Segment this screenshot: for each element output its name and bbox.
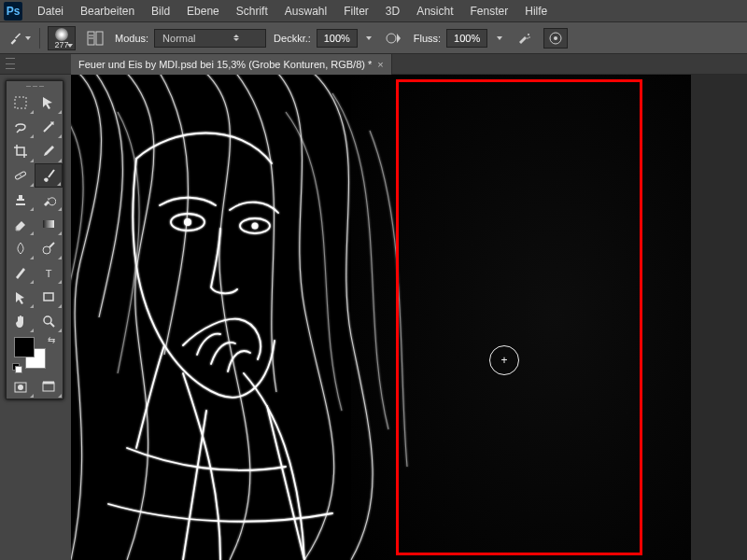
separator — [39, 28, 40, 49]
svg-point-17 — [44, 316, 51, 324]
gradient-tool[interactable] — [35, 212, 63, 236]
menu-3d[interactable]: 3D — [378, 3, 407, 20]
brush-preset-picker[interactable]: 277 — [48, 26, 76, 50]
menu-image[interactable]: Bild — [144, 3, 177, 20]
color-swatches: ⇆ — [7, 333, 63, 376]
svg-rect-10 — [15, 97, 26, 108]
svg-rect-13 — [43, 220, 54, 228]
tools-panel: T ⇆ — [6, 80, 63, 399]
screen-mode-toggle[interactable] — [35, 376, 63, 399]
flow-input[interactable]: 100% — [446, 29, 487, 48]
svg-point-12 — [20, 175, 21, 176]
document-tab-bar: Feuer und Eis by MDI.psd bei 15,3% (Grob… — [0, 54, 747, 75]
menu-edit[interactable]: Bearbeiten — [73, 3, 142, 20]
menu-file[interactable]: Datei — [30, 3, 71, 20]
menu-layer[interactable]: Ebene — [179, 3, 227, 20]
svg-text:T: T — [46, 268, 52, 279]
svg-point-5 — [528, 34, 529, 35]
menu-type[interactable]: Schrift — [229, 3, 275, 20]
blend-mode-select[interactable]: Normal — [154, 29, 266, 48]
document-canvas[interactable] — [71, 75, 691, 560]
pressure-size-icon[interactable] — [543, 28, 568, 49]
flow-field: Fluss: 100% — [414, 28, 504, 49]
options-bar: 277 Modus: Normal Deckkr.: 100% Fluss: 1… — [0, 22, 747, 54]
dodge-tool[interactable] — [35, 236, 63, 260]
brush-tool[interactable] — [35, 163, 63, 188]
eraser-tool[interactable] — [7, 212, 35, 236]
type-tool[interactable]: T — [35, 260, 63, 285]
opacity-field: Deckkr.: 100% — [274, 28, 374, 49]
blend-mode-value: Normal — [162, 33, 195, 44]
svg-point-14 — [43, 246, 50, 254]
svg-point-9 — [554, 36, 557, 40]
crop-tool[interactable] — [7, 139, 35, 163]
pressure-opacity-icon[interactable] — [382, 28, 406, 49]
eyedropper-tool[interactable] — [35, 139, 63, 163]
quick-mask-toggle[interactable] — [7, 376, 35, 399]
zoom-tool[interactable] — [35, 309, 63, 333]
blend-mode-field: Modus: Normal — [115, 29, 266, 48]
history-brush-tool[interactable] — [35, 188, 63, 212]
svg-rect-16 — [44, 293, 53, 301]
tools-panel-grip[interactable] — [7, 81, 63, 91]
mode-label: Modus: — [115, 33, 148, 44]
opacity-label: Deckkr.: — [274, 33, 311, 44]
menu-filter[interactable]: Filter — [336, 3, 376, 20]
swap-colors-icon[interactable]: ⇆ — [48, 335, 55, 345]
airbrush-toggle-icon[interactable] — [512, 28, 536, 49]
magic-wand-tool[interactable] — [35, 115, 63, 139]
menu-select[interactable]: Auswahl — [277, 3, 334, 20]
pen-tool[interactable] — [7, 260, 35, 285]
path-selection-tool[interactable] — [7, 285, 35, 309]
svg-point-26 — [252, 223, 259, 230]
blur-tool[interactable] — [7, 236, 35, 260]
document-tab-title: Feuer und Eis by MDI.psd bei 15,3% (Grob… — [78, 59, 372, 70]
lasso-tool[interactable] — [7, 115, 35, 139]
healing-brush-tool[interactable] — [7, 163, 35, 188]
brush-panel-toggle-icon[interactable] — [83, 28, 107, 49]
menu-help[interactable]: Hilfe — [517, 3, 555, 20]
marquee-tool[interactable] — [7, 91, 35, 115]
app-logo: Ps — [4, 2, 22, 21]
flow-label: Fluss: — [414, 33, 441, 44]
default-colors-icon[interactable] — [12, 363, 21, 372]
svg-point-4 — [387, 34, 396, 43]
svg-point-24 — [184, 218, 191, 226]
document-tab[interactable]: Feuer und Eis by MDI.psd bei 15,3% (Grob… — [71, 54, 392, 75]
current-tool-icon[interactable] — [7, 28, 32, 49]
shape-tool[interactable] — [35, 285, 63, 309]
svg-point-7 — [527, 37, 529, 39]
svg-point-6 — [529, 36, 530, 38]
flow-dropdown[interactable] — [491, 28, 504, 49]
close-icon[interactable]: × — [377, 59, 383, 70]
clone-stamp-tool[interactable] — [7, 188, 35, 212]
svg-point-19 — [18, 385, 23, 390]
menu-window[interactable]: Fenster — [463, 3, 516, 20]
foreground-color-swatch[interactable] — [14, 337, 35, 357]
tab-grip-icon[interactable] — [6, 58, 15, 69]
move-tool[interactable] — [35, 91, 63, 115]
opacity-dropdown[interactable] — [361, 28, 374, 49]
hand-tool[interactable] — [7, 309, 35, 333]
svg-rect-1 — [96, 32, 103, 45]
menu-view[interactable]: Ansicht — [409, 3, 460, 20]
canvas-workspace[interactable] — [71, 75, 747, 560]
opacity-input[interactable]: 100% — [317, 29, 358, 48]
menu-bar: Ps Datei Bearbeiten Bild Ebene Schrift A… — [0, 0, 747, 22]
svg-rect-22 — [351, 75, 691, 560]
